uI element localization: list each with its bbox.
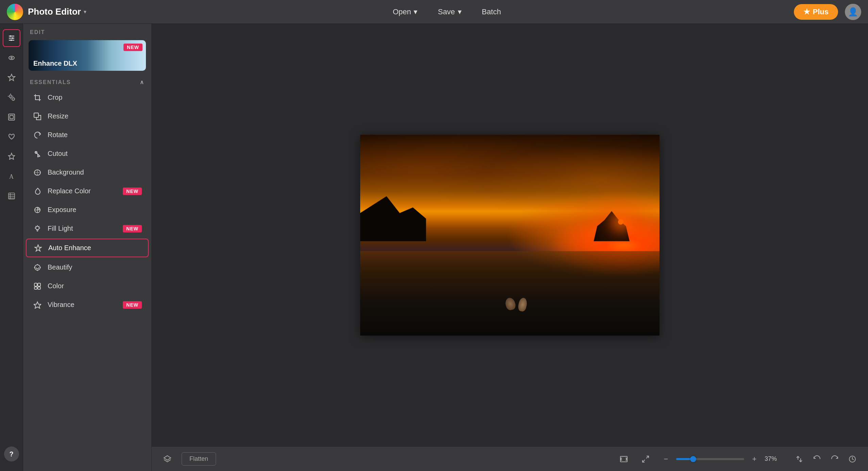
- redo-button[interactable]: [827, 452, 842, 467]
- vibrance-icon: [33, 301, 42, 309]
- sidebar-item-effects[interactable]: [3, 88, 20, 106]
- svg-rect-48: [34, 287, 37, 289]
- svg-line-38: [39, 226, 39, 227]
- sidebar-item-text[interactable]: A: [3, 167, 20, 185]
- svg-text:A: A: [9, 173, 14, 180]
- background-icon: [33, 169, 42, 176]
- transform-button[interactable]: [792, 452, 807, 467]
- svg-marker-22: [9, 153, 15, 159]
- svg-line-53: [642, 460, 645, 462]
- vibrance-badge: NEW: [123, 301, 142, 309]
- plus-button[interactable]: ★ Plus: [794, 4, 838, 20]
- replace-color-icon: [33, 188, 42, 195]
- sidebar-item-favorites[interactable]: [3, 69, 20, 86]
- svg-marker-11: [8, 74, 15, 81]
- tool-item-rotate[interactable]: Rotate: [26, 126, 149, 144]
- app-title: Photo Editor: [28, 6, 81, 17]
- save-button[interactable]: Save ▾: [438, 7, 461, 16]
- fill-light-icon: [33, 225, 42, 232]
- svg-point-10: [11, 57, 12, 59]
- svg-rect-21: [10, 115, 13, 119]
- tool-item-fill-light[interactable]: Fill Light NEW: [26, 220, 149, 237]
- sidebar-item-frames[interactable]: [3, 108, 20, 126]
- tool-label-cutout: Cutout: [48, 150, 142, 158]
- svg-point-41: [35, 265, 40, 270]
- edit-section-label: EDIT: [23, 24, 151, 39]
- svg-point-13: [10, 96, 11, 97]
- tool-item-exposure[interactable]: Exposure: [26, 201, 149, 218]
- essentials-collapse-btn[interactable]: ∧: [140, 79, 145, 85]
- sidebar-item-heart[interactable]: [3, 128, 20, 146]
- fill-light-badge: NEW: [123, 225, 142, 232]
- flatten-button[interactable]: Flatten: [182, 452, 216, 466]
- tool-item-cutout[interactable]: Cutout: [26, 145, 149, 162]
- enhance-dlx-card[interactable]: Enhance DLX NEW: [29, 40, 146, 71]
- zoom-out-button[interactable]: −: [660, 453, 672, 465]
- tool-label-replace-color: Replace Color: [48, 187, 117, 195]
- replace-color-badge: NEW: [123, 188, 142, 195]
- svg-line-52: [646, 456, 649, 458]
- svg-rect-49: [38, 287, 40, 289]
- tool-item-beautify[interactable]: Beautify: [26, 259, 149, 276]
- sidebar-item-texture[interactable]: [3, 187, 20, 205]
- tool-label-vibrance: Vibrance: [48, 301, 117, 309]
- icon-sidebar: A ?: [0, 24, 23, 471]
- tool-label-exposure: Exposure: [48, 206, 142, 214]
- layers-button[interactable]: [160, 452, 175, 467]
- tool-label-crop: Crop: [48, 94, 142, 101]
- fullscreen-button[interactable]: [638, 452, 653, 467]
- tool-item-color[interactable]: Color: [26, 277, 149, 295]
- canvas-main[interactable]: [152, 24, 868, 446]
- cutout-icon: [33, 150, 42, 158]
- avatar[interactable]: 👤: [845, 4, 861, 20]
- app-logo[interactable]: [7, 4, 23, 20]
- open-button[interactable]: Open ▾: [393, 7, 418, 16]
- svg-rect-20: [9, 114, 15, 120]
- zoom-value: 37%: [765, 455, 785, 462]
- fit-screen-button[interactable]: [616, 452, 631, 467]
- tool-item-resize[interactable]: Resize: [26, 108, 149, 125]
- photo-image: [360, 135, 660, 336]
- tool-item-background[interactable]: Background: [26, 164, 149, 181]
- tool-item-vibrance[interactable]: Vibrance NEW: [26, 296, 149, 313]
- sidebar-item-edit[interactable]: [3, 29, 20, 47]
- photo-canvas: [360, 135, 660, 336]
- help-button[interactable]: ?: [4, 446, 19, 461]
- exposure-icon: [33, 206, 42, 214]
- zoom-in-button[interactable]: +: [748, 453, 761, 465]
- svg-rect-29: [34, 113, 38, 117]
- beautify-icon: [33, 264, 42, 271]
- zoom-controls: − + 37%: [660, 453, 785, 465]
- svg-rect-46: [34, 283, 37, 286]
- tool-label-auto-enhance: Auto Enhance: [48, 244, 141, 252]
- tools-panel: EDIT Enhance DLX NEW ESSENTIALS ∧ Crop: [23, 24, 152, 471]
- tool-label-fill-light: Fill Light: [48, 225, 117, 232]
- top-right: ★ Plus 👤: [794, 4, 861, 20]
- tool-item-auto-enhance[interactable]: Auto Enhance: [26, 239, 149, 257]
- tool-label-color: Color: [48, 282, 142, 290]
- top-center-nav: Open ▾ Save ▾ Batch: [100, 7, 794, 16]
- svg-line-37: [36, 226, 36, 227]
- main-area: A ? EDIT Enhance DLX NEW ESSENTIALS: [0, 24, 868, 471]
- svg-point-9: [9, 56, 14, 60]
- rotate-icon: [33, 131, 42, 139]
- zoom-handle[interactable]: [690, 456, 696, 462]
- tool-item-replace-color[interactable]: Replace Color NEW: [26, 182, 149, 200]
- bottom-bar: Flatten −: [152, 446, 868, 471]
- undo-button[interactable]: [809, 452, 824, 467]
- enhance-new-badge: NEW: [123, 44, 143, 51]
- app-title-chevron[interactable]: ▾: [84, 9, 86, 15]
- svg-marker-50: [164, 456, 171, 460]
- zoom-slider[interactable]: [676, 458, 744, 460]
- essentials-label: ESSENTIALS: [30, 79, 71, 85]
- tool-label-background: Background: [48, 168, 142, 176]
- canvas-area: Flatten −: [152, 24, 868, 471]
- sidebar-item-eye[interactable]: [3, 49, 20, 67]
- batch-button[interactable]: Batch: [482, 7, 501, 16]
- crop-icon: [33, 94, 42, 101]
- svg-point-19: [13, 99, 14, 99]
- tool-item-crop[interactable]: Crop: [26, 89, 149, 106]
- history-button[interactable]: [845, 452, 860, 467]
- svg-point-5: [12, 37, 13, 39]
- sidebar-item-badge[interactable]: [3, 148, 20, 165]
